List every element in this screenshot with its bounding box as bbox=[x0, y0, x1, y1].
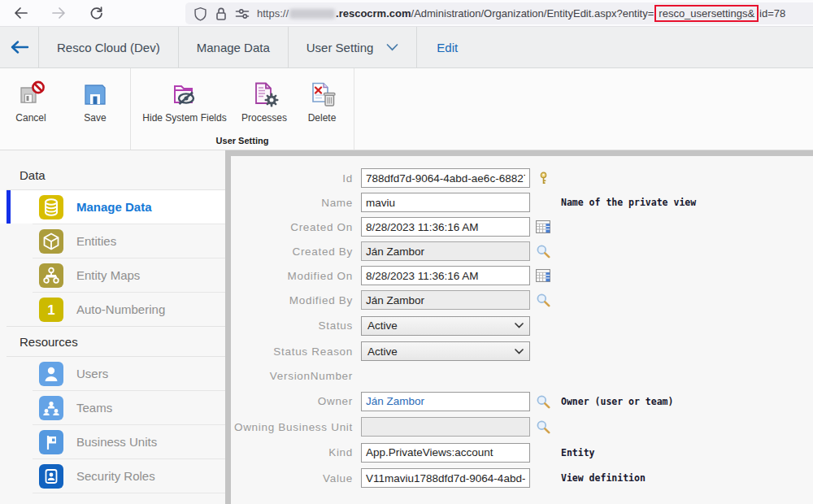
sidebar-item-entities[interactable]: Entities bbox=[0, 224, 225, 258]
name-input[interactable] bbox=[361, 193, 530, 212]
form-row-owning-business-unit: Owning Business Unit bbox=[231, 415, 813, 439]
sidebar-item-auto-numbering[interactable]: 1 Auto-Numbering bbox=[0, 293, 225, 326]
calendar-icon[interactable] bbox=[530, 269, 556, 282]
field-label-status: Status bbox=[231, 319, 361, 332]
hide-system-fields-icon bbox=[169, 80, 200, 108]
url-path: /Administration/Organization/EntityEdit.… bbox=[411, 7, 654, 20]
field-label-status-reason: Status Reason bbox=[231, 345, 361, 358]
status-reason-value: Active bbox=[367, 345, 398, 358]
nav-item-manage-data-label: Manage Data bbox=[197, 41, 270, 54]
url-tail: id=78 bbox=[759, 7, 785, 20]
sidebar-item-label: Entities bbox=[76, 234, 116, 248]
sidebar-item-users[interactable]: Users bbox=[0, 357, 225, 390]
modified-by-input[interactable] bbox=[361, 290, 530, 310]
save-button[interactable]: Save bbox=[68, 68, 122, 150]
status-reason-select[interactable]: Active bbox=[361, 341, 530, 361]
toolbar-group-label: User Setting bbox=[131, 136, 354, 146]
calendar-icon[interactable] bbox=[530, 220, 556, 233]
sidebar-item-security-roles[interactable]: Security Roles bbox=[0, 459, 225, 493]
svg-text:1: 1 bbox=[47, 302, 54, 318]
url-highlight-box: resco_usersettings& bbox=[654, 5, 759, 22]
chevron-down-icon[interactable] bbox=[386, 44, 398, 51]
status-select[interactable]: Active bbox=[361, 316, 530, 336]
cancel-label: Cancel bbox=[15, 112, 46, 124]
id-input[interactable] bbox=[361, 168, 530, 188]
magnifier-icon[interactable] bbox=[530, 244, 556, 259]
save-label: Save bbox=[84, 112, 106, 124]
created-on-input[interactable] bbox=[361, 217, 530, 237]
magnifier-icon[interactable] bbox=[530, 394, 556, 409]
sidebar-section-data: Data bbox=[0, 160, 225, 189]
field-label-owner: Owner bbox=[231, 395, 361, 407]
sidebar-item-business-units[interactable]: Business Units bbox=[0, 425, 225, 458]
delete-label: Delete bbox=[308, 112, 337, 124]
created-by-input[interactable] bbox=[361, 241, 530, 261]
divider bbox=[33, 493, 225, 493]
form-row-name: Name Name of the private view bbox=[231, 190, 813, 215]
ribbon-toolbar: Cancel Save Hide System Fields bbox=[0, 68, 813, 150]
modified-on-input[interactable] bbox=[361, 266, 530, 285]
team-icon bbox=[39, 396, 63, 420]
security-badge-icon bbox=[39, 464, 63, 489]
url-domain: .rescocrm.com bbox=[336, 7, 411, 20]
field-label-versionnumber: VersionNumber bbox=[231, 370, 361, 382]
magnifier-icon[interactable] bbox=[530, 419, 556, 434]
shield-icon[interactable] bbox=[193, 7, 207, 21]
field-label-name: Name bbox=[231, 197, 361, 209]
owning-business-unit-input[interactable] bbox=[361, 417, 530, 437]
address-bar[interactable]: https://.rescocrm.com/Administration/Org… bbox=[185, 2, 813, 24]
browser-forward-button[interactable] bbox=[50, 5, 67, 21]
browser-refresh-button[interactable] bbox=[88, 5, 104, 21]
value-input[interactable] bbox=[361, 468, 530, 488]
app-back-button[interactable] bbox=[0, 27, 39, 67]
field-label-kind: Kind bbox=[231, 446, 361, 458]
form-row-status-reason: Status Reason Active bbox=[231, 339, 813, 363]
database-icon bbox=[39, 195, 63, 219]
field-label-modified-on: Modified On bbox=[231, 270, 361, 282]
field-help-owner: Owner (user or team) bbox=[556, 396, 673, 407]
processes-icon bbox=[250, 80, 279, 108]
owner-input[interactable] bbox=[361, 392, 530, 411]
lock-icon[interactable] bbox=[215, 7, 228, 21]
form-row-created-by: Created By bbox=[231, 239, 813, 263]
browser-back-button[interactable] bbox=[13, 5, 29, 21]
back-icon bbox=[14, 7, 28, 20]
cube-icon bbox=[39, 229, 63, 254]
select-chevron-icon bbox=[515, 323, 524, 328]
processes-label: Processes bbox=[241, 112, 287, 124]
forward-icon bbox=[51, 7, 66, 20]
form-row-id: Id bbox=[231, 166, 813, 190]
org-chart-icon bbox=[39, 263, 63, 288]
refresh-icon bbox=[89, 7, 103, 20]
permissions-icon[interactable] bbox=[235, 7, 250, 20]
form-row-owner: Owner Owner (user or team) bbox=[231, 388, 813, 415]
kind-input[interactable] bbox=[361, 443, 530, 463]
user-icon bbox=[39, 362, 63, 386]
field-label-id: Id bbox=[231, 172, 361, 185]
sidebar-item-label: Teams bbox=[76, 401, 112, 415]
sidebar-item-manage-data[interactable]: Manage Data bbox=[0, 190, 225, 224]
hide-system-fields-label: Hide System Fields bbox=[142, 112, 226, 124]
form-row-versionnumber: VersionNumber bbox=[231, 363, 813, 388]
field-label-created-on: Created On bbox=[231, 221, 361, 233]
nav-item-org[interactable]: Resco Cloud (Dev) bbox=[39, 27, 179, 67]
sidebar-item-entity-maps[interactable]: Entity Maps bbox=[0, 259, 225, 292]
nav-item-user-setting[interactable]: User Setting bbox=[289, 27, 418, 67]
nav-edit-link[interactable]: Edit bbox=[417, 27, 477, 67]
sidebar-item-label: Entity Maps bbox=[76, 268, 140, 282]
key-icon[interactable] bbox=[530, 172, 556, 185]
field-label-owning-business-unit: Owning Business Unit bbox=[231, 421, 361, 433]
url-text[interactable]: https://.rescocrm.com/Administration/Org… bbox=[257, 5, 785, 22]
app-navigation-bar: Resco Cloud (Dev) Manage Data User Setti… bbox=[0, 27, 813, 68]
form-row-value: Value View definition bbox=[231, 466, 813, 490]
url-protocol: https:// bbox=[257, 7, 289, 20]
nav-item-manage-data[interactable]: Manage Data bbox=[179, 27, 289, 67]
nav-item-org-label: Resco Cloud (Dev) bbox=[57, 41, 160, 54]
form-row-modified-on: Modified On bbox=[231, 263, 813, 288]
sidebar: Data Manage Data Entities bbox=[0, 150, 225, 504]
sidebar-item-label: Business Units bbox=[76, 435, 157, 449]
sidebar-item-teams[interactable]: Teams bbox=[0, 391, 225, 424]
form-row-kind: Kind Entity bbox=[231, 439, 813, 466]
cancel-button[interactable]: Cancel bbox=[3, 68, 59, 150]
magnifier-icon[interactable] bbox=[530, 293, 556, 307]
